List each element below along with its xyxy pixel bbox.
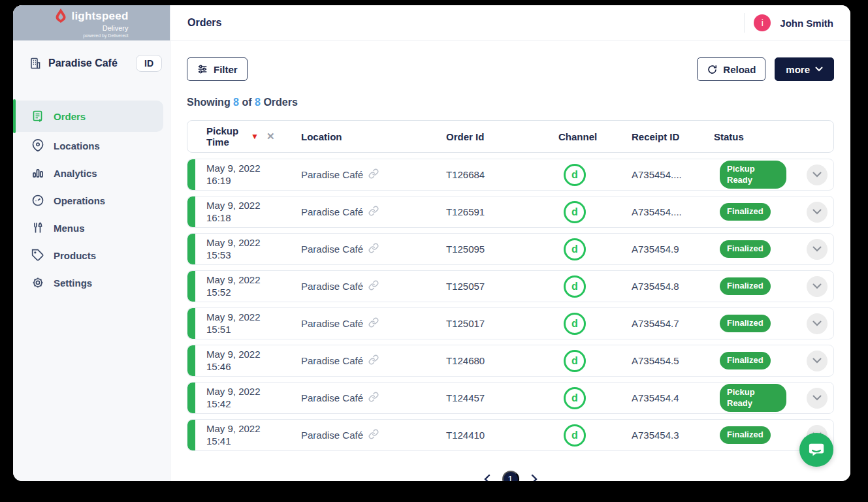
chat-widget-button[interactable] xyxy=(799,433,833,467)
channel-cell: d xyxy=(558,238,632,260)
brand-powered-by: powered by Deliverect xyxy=(83,33,128,38)
reload-icon xyxy=(707,64,718,75)
location-cell: Paradise Café xyxy=(301,168,446,181)
expand-row-button[interactable] xyxy=(807,239,828,260)
row-time: 15:46 xyxy=(206,361,231,372)
topbar-divider xyxy=(744,13,745,33)
logo-band: lightspeed Delivery powered by Deliverec… xyxy=(13,5,170,40)
row-status-bar xyxy=(187,159,195,190)
row-receipt-id: A735454.5 xyxy=(632,355,714,366)
order-row[interactable]: May 9, 2022 15:51 Paradise Café T125017 … xyxy=(187,307,834,339)
link-icon[interactable] xyxy=(368,243,379,255)
content: Filter Reload more xyxy=(170,41,850,481)
row-order-id: T124680 xyxy=(446,355,558,366)
reload-button[interactable]: Reload xyxy=(697,57,765,81)
link-icon[interactable] xyxy=(368,317,379,330)
status-cell: Pickup Ready xyxy=(714,161,799,189)
row-date: May 9, 2022 xyxy=(206,423,261,434)
sidebar-item-settings[interactable]: Settings xyxy=(13,269,163,296)
row-status-bar xyxy=(187,420,195,450)
order-row[interactable]: May 9, 2022 16:19 Paradise Café T126684 … xyxy=(187,159,834,191)
location-cell: Paradise Café xyxy=(301,392,446,404)
pickup-time-cell: May 9, 2022 16:18 xyxy=(195,200,301,225)
row-status: Pickup Ready xyxy=(727,387,755,407)
pickup-time-cell: May 9, 2022 15:52 xyxy=(195,274,301,299)
link-icon[interactable] xyxy=(368,280,379,292)
more-button[interactable]: more xyxy=(775,57,834,81)
channel-cell: d xyxy=(558,350,632,372)
account-id-badge[interactable]: ID xyxy=(136,55,162,72)
row-status: Finalized xyxy=(727,430,764,439)
clear-sort-icon[interactable]: ✕ xyxy=(266,131,275,142)
chevron-down-icon xyxy=(815,67,823,72)
row-date: May 9, 2022 xyxy=(206,200,261,211)
row-status-bar xyxy=(187,196,195,227)
sidebar-item-operations[interactable]: Operations xyxy=(13,187,163,214)
prev-page-button[interactable] xyxy=(482,473,492,481)
current-page-button[interactable]: 1 xyxy=(502,471,519,481)
sidebar-item-locations[interactable]: Locations xyxy=(13,132,163,159)
link-icon[interactable] xyxy=(368,206,379,218)
sidebar-item-label: Menus xyxy=(54,223,85,234)
location-cell: Paradise Café xyxy=(301,429,446,441)
deliverect-channel-icon: d xyxy=(564,201,586,223)
sidebar-item-label: Locations xyxy=(54,140,100,151)
sidebar-nav: Orders Locations Analyti xyxy=(13,101,170,296)
sidebar-item-menus[interactable]: Menus xyxy=(13,214,163,242)
order-row[interactable]: May 9, 2022 15:41 Paradise Café T124410 … xyxy=(187,419,834,451)
filter-button[interactable]: Filter xyxy=(187,57,248,81)
status-cell: Finalized xyxy=(714,277,799,294)
sidebar-item-products[interactable]: Products xyxy=(13,242,163,269)
sort-desc-icon[interactable]: ▼ xyxy=(251,132,259,141)
column-order-id: Order Id xyxy=(446,131,558,142)
reload-button-label: Reload xyxy=(723,64,756,75)
expand-row-button[interactable] xyxy=(807,388,828,409)
link-icon[interactable] xyxy=(368,392,379,404)
deliverect-channel-icon: d xyxy=(564,350,586,372)
expand-row-button[interactable] xyxy=(807,313,828,334)
status-badge: Pickup Ready xyxy=(720,161,786,189)
expand-row-button[interactable] xyxy=(807,165,828,185)
user-name[interactable]: John Smith xyxy=(780,18,833,29)
row-receipt-id: A735454.9 xyxy=(632,243,714,255)
page-title: Orders xyxy=(187,17,221,29)
channel-cell: d xyxy=(558,387,632,409)
filter-icon xyxy=(197,63,208,75)
row-status: Pickup Ready xyxy=(727,164,755,184)
row-status-bar xyxy=(187,308,195,339)
link-icon[interactable] xyxy=(368,354,379,367)
order-row[interactable]: May 9, 2022 15:53 Paradise Café T125095 … xyxy=(187,233,834,265)
building-icon xyxy=(29,57,42,70)
row-status-bar xyxy=(187,345,195,376)
row-time: 15:41 xyxy=(206,435,231,447)
expand-row-button[interactable] xyxy=(807,276,828,297)
row-time: 16:19 xyxy=(206,175,231,186)
order-row[interactable]: May 9, 2022 15:42 Paradise Café T124457 … xyxy=(187,382,834,414)
avatar[interactable]: i xyxy=(754,14,771,31)
sidebar-item-analytics[interactable]: Analytics xyxy=(13,159,163,187)
sidebar-item-orders[interactable]: Orders xyxy=(13,101,163,132)
status-cell: Pickup Ready xyxy=(714,384,799,412)
row-status: Finalized xyxy=(727,355,764,365)
row-location: Paradise Café xyxy=(301,169,363,180)
status-cell: Finalized xyxy=(714,426,799,443)
row-date: May 9, 2022 xyxy=(206,163,261,174)
status-cell: Finalized xyxy=(714,315,799,332)
link-icon[interactable] xyxy=(368,429,379,441)
row-receipt-id: A735454.8 xyxy=(632,281,714,292)
location-cell: Paradise Café xyxy=(301,243,446,255)
orders-list: May 9, 2022 16:19 Paradise Café T126684 … xyxy=(187,159,834,451)
pickup-time-cell: May 9, 2022 15:46 xyxy=(195,349,301,373)
order-row[interactable]: May 9, 2022 16:18 Paradise Café T126591 … xyxy=(187,196,834,228)
next-page-button[interactable] xyxy=(530,473,539,481)
tag-icon xyxy=(31,249,44,262)
deliverect-channel-icon: d xyxy=(564,164,586,186)
sidebar-item-label: Products xyxy=(54,250,96,261)
order-row[interactable]: May 9, 2022 15:46 Paradise Café T124680 … xyxy=(187,345,834,377)
link-icon[interactable] xyxy=(368,168,379,181)
location-cell: Paradise Café xyxy=(301,317,446,330)
row-location: Paradise Café xyxy=(301,355,363,366)
order-row[interactable]: May 9, 2022 15:52 Paradise Café T125057 … xyxy=(187,270,834,302)
expand-row-button[interactable] xyxy=(807,202,828,223)
expand-row-button[interactable] xyxy=(807,351,828,371)
